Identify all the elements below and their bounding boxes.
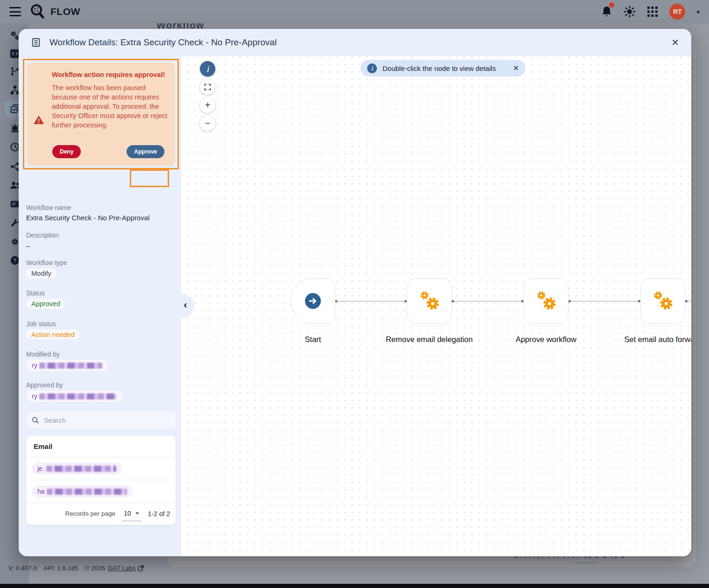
- table-pagination: Records per page 10 1-2 of 2: [26, 503, 176, 525]
- modified-by-value: ry: [26, 360, 108, 371]
- alert-body: The workflow has been paused because one…: [52, 83, 169, 130]
- canvas-info-button[interactable]: i: [200, 61, 215, 77]
- api-version: API: 1.6.185: [43, 565, 78, 572]
- notifications-button[interactable]: [601, 6, 612, 18]
- email-value[interactable]: ha: [32, 485, 133, 497]
- gears-icon: [533, 288, 559, 314]
- search-field[interactable]: [26, 412, 176, 428]
- redacted-text: [39, 363, 102, 369]
- node-approve-workflow[interactable]: [524, 278, 568, 324]
- zoom-in-button[interactable]: +: [200, 98, 215, 113]
- hamburger-menu-icon[interactable]: [9, 7, 21, 16]
- records-per-page-select[interactable]: 10: [122, 510, 142, 521]
- top-app-bar: FLOW: [0, 0, 709, 23]
- workflow-details-panel: Workflow action requires approval! The w…: [19, 56, 181, 556]
- redacted-text: [47, 489, 127, 495]
- chevron-down-icon: [135, 512, 140, 515]
- edge-connector: [336, 301, 406, 301]
- records-per-page-label: Records per page: [65, 510, 115, 517]
- brand-name: FLOW: [50, 6, 80, 17]
- app-logo: FLOW: [29, 3, 80, 21]
- edge-connector: [453, 301, 523, 301]
- field-value-workflow-name: Extra Security Check - No Pre-Approval: [26, 214, 149, 222]
- email-value[interactable]: je.: [32, 462, 122, 475]
- gat-labs-link[interactable]: GAT Labs: [108, 565, 144, 572]
- workflow-type-badge: Modify: [26, 268, 57, 279]
- workflow-canvas[interactable]: i + − i Double-click the node to view de…: [181, 56, 691, 556]
- info-icon: i: [367, 63, 377, 73]
- alert-title: Workflow action requires approval!: [52, 70, 169, 79]
- copyright: © 2026: [85, 565, 105, 572]
- job-status-badge: Action needed: [26, 329, 80, 340]
- svg-text:?: ?: [13, 258, 16, 264]
- theme-toggle-icon[interactable]: [624, 6, 636, 18]
- warning-icon: [33, 114, 44, 126]
- app-footer: V: 0.407.0 API: 1.6.185 © 2026 GAT Labs: [8, 565, 144, 572]
- redacted-text: [46, 466, 116, 472]
- gears-icon: [416, 288, 442, 314]
- field-label-workflow-name: Workflow name: [26, 204, 71, 211]
- approve-button[interactable]: Approve: [127, 145, 164, 158]
- node-label: Start: [305, 335, 321, 344]
- canvas-tooltip: i Double-click the node to view details …: [361, 60, 525, 77]
- node-label: Set email auto forward: [624, 335, 691, 344]
- chevron-left-icon: ‹: [184, 299, 187, 311]
- workflow-details-modal: Workflow Details: Extra Security Check -…: [19, 29, 691, 556]
- fullscreen-button[interactable]: [200, 79, 215, 95]
- external-link-icon: [138, 565, 144, 571]
- close-icon[interactable]: ✕: [671, 38, 679, 47]
- connector-dot: [685, 300, 688, 302]
- notification-badge-dot: [609, 2, 614, 7]
- flow-logo-icon: [29, 3, 47, 21]
- email-table: Email je. ha Records per page 10 1-2 of …: [26, 436, 176, 525]
- panel-collapse-button[interactable]: ‹: [170, 294, 194, 318]
- node-remove-email-delegation[interactable]: [407, 278, 452, 324]
- field-label-description: Description: [26, 231, 59, 239]
- field-label-job-status: Job status: [26, 320, 56, 328]
- connector-dot: [452, 300, 454, 302]
- modal-title: Workflow Details: Extra Security Check -…: [50, 37, 663, 48]
- field-label-status: Status: [26, 289, 45, 297]
- start-arrow-icon: [305, 293, 321, 309]
- field-label-modified-by: Modified by: [26, 350, 60, 358]
- background-select-underline: [574, 563, 597, 563]
- field-label-approved-by: Approved by: [26, 381, 63, 389]
- status-badge: Approved: [26, 299, 65, 309]
- app-version: V: 0.407.0: [8, 565, 37, 572]
- deny-button[interactable]: Deny: [52, 145, 81, 158]
- table-row[interactable]: je.: [26, 457, 176, 480]
- redacted-text: [39, 393, 116, 399]
- node-label: Remove email delegation: [386, 335, 473, 344]
- modal-header: Workflow Details: Extra Security Check -…: [19, 29, 691, 56]
- search-icon: [32, 416, 39, 424]
- gears-icon: [650, 288, 676, 314]
- annotation-box-approve: [130, 169, 169, 187]
- user-avatar[interactable]: RT: [669, 4, 685, 20]
- tooltip-text: Double-click the node to view details: [383, 64, 507, 72]
- fullscreen-icon: [204, 84, 211, 91]
- table-row[interactable]: ha: [26, 480, 176, 503]
- node-start[interactable]: [291, 278, 335, 324]
- email-column-header: Email: [26, 436, 176, 457]
- approval-alert: Workflow action requires approval! The w…: [27, 63, 175, 166]
- pagination-range: 1-2 of 2: [148, 510, 170, 518]
- zoom-out-button[interactable]: −: [200, 116, 215, 131]
- document-icon: [31, 37, 41, 48]
- tooltip-close-icon[interactable]: ✕: [513, 64, 519, 72]
- approved-by-value: ry: [26, 391, 122, 402]
- window-bottom-edge: [0, 584, 709, 588]
- field-label-workflow-type: Workflow type: [26, 259, 67, 266]
- search-input[interactable]: [44, 416, 170, 424]
- node-set-email-auto-forward[interactable]: [640, 278, 685, 324]
- field-value-description: –: [26, 242, 30, 250]
- connector-dot: [568, 300, 571, 302]
- account-caret-icon[interactable]: ▾: [696, 8, 700, 15]
- node-label: Approve workflow: [516, 335, 576, 344]
- edge-connector: [569, 301, 639, 301]
- apps-grid-icon[interactable]: [647, 6, 658, 17]
